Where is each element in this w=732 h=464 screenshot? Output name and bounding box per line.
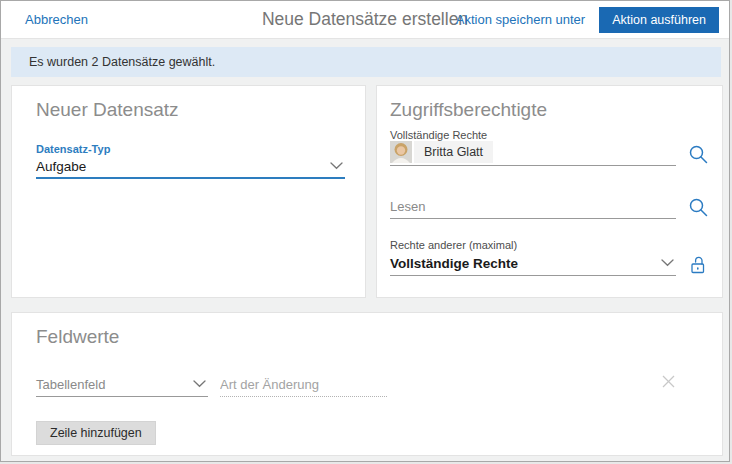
- user-chip[interactable]: Britta Glatt: [390, 141, 676, 165]
- avatar: [390, 141, 412, 163]
- new-record-panel-title: Neuer Datensatz: [27, 99, 345, 121]
- unlock-icon[interactable]: [687, 256, 709, 276]
- field-values-panel-title: Feldwerte: [27, 326, 702, 348]
- field-values-panel: Feldwerte Tabellenfeld Zeile hinzufügen: [11, 312, 723, 456]
- new-record-panel: Neuer Datensatz Datensatz-Typ Aufgabe: [11, 85, 366, 298]
- search-icon[interactable]: [687, 145, 709, 166]
- search-icon[interactable]: [687, 198, 709, 219]
- topbar-actions: Aktion speichern unter Aktion ausführen: [456, 7, 719, 33]
- record-type-label: Datensatz-Typ: [36, 143, 345, 155]
- chevron-down-icon: [191, 380, 208, 388]
- topbar: Abbrechen Neue Datensätze erstellen Akti…: [1, 1, 729, 39]
- run-action-button[interactable]: Aktion ausführen: [599, 7, 719, 33]
- access-rights-panel-title: Zugriffsberechtigte: [390, 99, 709, 121]
- record-type-value: Aufgabe: [36, 159, 328, 174]
- read-rights-field[interactable]: Lesen: [390, 194, 676, 219]
- close-icon[interactable]: [661, 374, 676, 397]
- others-rights-label: Rechte anderer (maximal): [390, 239, 709, 251]
- save-action-button[interactable]: Aktion speichern unter: [456, 12, 585, 27]
- chevron-down-icon: [659, 259, 676, 267]
- others-rights-value: Vollständige Rechte: [390, 256, 659, 271]
- access-rights-panel: Zugriffsberechtigte Vollständige Rechte: [376, 85, 723, 298]
- change-type-input[interactable]: [220, 373, 387, 397]
- others-rights-select[interactable]: Vollständige Rechte: [390, 251, 676, 276]
- read-rights-placeholder: Lesen: [390, 199, 425, 214]
- add-row-button[interactable]: Zeile hinzufügen: [36, 421, 156, 445]
- field-value-row: Tabellenfeld: [36, 372, 689, 397]
- cancel-button[interactable]: Abbrechen: [25, 12, 88, 27]
- table-field-select[interactable]: Tabellenfeld: [36, 372, 208, 397]
- full-rights-label: Vollständige Rechte: [390, 129, 709, 141]
- bulk-action-dialog: Abbrechen Neue Datensätze erstellen Akti…: [0, 0, 730, 462]
- table-field-placeholder: Tabellenfeld: [36, 377, 105, 392]
- selection-notice: Es wurden 2 Datensätze gewählt.: [11, 47, 721, 77]
- selection-notice-text: Es wurden 2 Datensätze gewählt.: [29, 55, 215, 69]
- chevron-down-icon: [328, 162, 345, 170]
- user-chip-name: Britta Glatt: [414, 141, 493, 163]
- record-type-select[interactable]: Aufgabe: [36, 155, 345, 179]
- full-rights-field[interactable]: Britta Glatt: [390, 141, 676, 166]
